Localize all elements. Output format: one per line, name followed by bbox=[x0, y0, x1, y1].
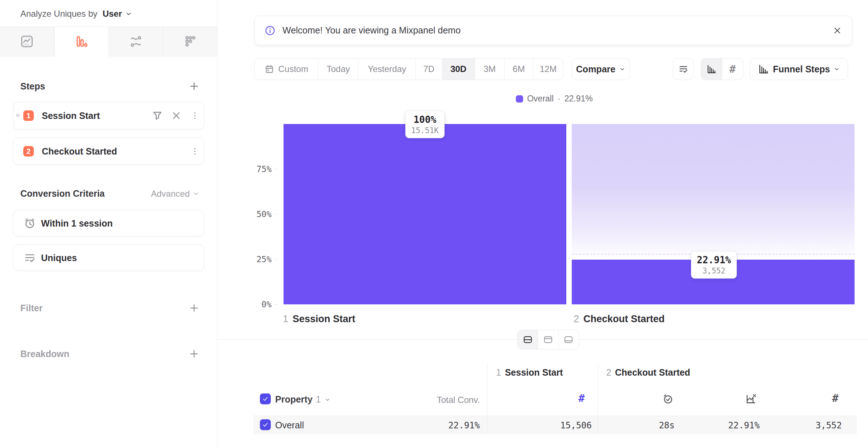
absolute-numbers-toggle[interactable]: # bbox=[722, 59, 743, 80]
drag-handle-icon[interactable] bbox=[14, 112, 22, 120]
legend-dot: · bbox=[558, 94, 560, 104]
insights-icon bbox=[20, 34, 34, 49]
tooltip-pct: 100% bbox=[411, 114, 439, 126]
tooltip-pct: 22.91% bbox=[697, 254, 731, 266]
calendar-icon bbox=[264, 64, 274, 74]
analyze-by-dropdown[interactable]: User bbox=[103, 9, 132, 19]
step-menu-icon[interactable] bbox=[190, 111, 200, 120]
layout-top-icon bbox=[543, 334, 554, 345]
split-view-toggle[interactable] bbox=[518, 330, 538, 349]
list-check-icon bbox=[678, 64, 689, 75]
legend-label: Overall bbox=[527, 94, 554, 104]
flows-icon bbox=[129, 34, 143, 49]
tab-retention[interactable] bbox=[163, 27, 217, 56]
breakdown-title: Breakdown bbox=[20, 349, 69, 359]
property-num: 1 bbox=[316, 394, 321, 405]
select-all-checkbox[interactable] bbox=[260, 393, 271, 404]
time-to-convert-icon[interactable] bbox=[662, 393, 674, 405]
tooltip-count: 3,552 bbox=[697, 266, 731, 276]
counting-method-card[interactable]: Uniques bbox=[13, 244, 204, 271]
advanced-dropdown[interactable]: Advanced bbox=[151, 189, 200, 199]
cell-step2-count: 3,552 bbox=[780, 420, 842, 431]
chart-only-toggle[interactable] bbox=[538, 330, 558, 349]
property-label: Property bbox=[275, 394, 313, 405]
panel-layout-toggle bbox=[517, 330, 579, 349]
group-label: Session Start bbox=[505, 367, 563, 377]
table-only-toggle[interactable] bbox=[559, 330, 579, 349]
step-menu-icon[interactable] bbox=[190, 147, 200, 156]
tab-flows[interactable] bbox=[109, 27, 163, 56]
analyze-by-row: Analyze Uniques by User bbox=[20, 7, 132, 20]
metrics-list-button[interactable] bbox=[673, 58, 694, 80]
analyze-by-value: User bbox=[103, 9, 122, 19]
compare-button[interactable]: Compare bbox=[572, 58, 630, 80]
chevron-down-icon bbox=[193, 190, 200, 197]
chevron-down-icon bbox=[619, 66, 626, 72]
count-metric-icon-selected[interactable]: # bbox=[578, 392, 584, 404]
date-option-today[interactable]: Today bbox=[318, 59, 359, 80]
cell-conv-rate: 22.91% bbox=[698, 420, 760, 431]
step-number-badge: 1 bbox=[23, 111, 34, 121]
conversion-window-card[interactable]: Within 1 session bbox=[13, 210, 204, 236]
remove-step-icon[interactable] bbox=[170, 110, 182, 121]
tab-insights[interactable] bbox=[0, 27, 54, 56]
cell-step1-count: 15,506 bbox=[530, 420, 592, 431]
x-label-session-start: 1Session Start bbox=[283, 313, 355, 325]
legend-swatch bbox=[516, 95, 523, 103]
compare-label: Compare bbox=[576, 64, 615, 75]
analyze-by-label: Analyze Uniques by bbox=[20, 9, 97, 19]
add-breakdown-button[interactable] bbox=[189, 348, 200, 359]
date-option-12m[interactable]: 12M bbox=[533, 59, 563, 80]
check-icon bbox=[261, 421, 269, 429]
conversion-window-label: Within 1 session bbox=[41, 218, 113, 228]
funnel-steps-dropdown[interactable]: Funnel Steps bbox=[750, 58, 848, 80]
date-option-yesterday[interactable]: Yesterday bbox=[358, 59, 416, 80]
step-name: Checkout Started bbox=[42, 146, 117, 156]
total-conv-column-header[interactable]: Total Conv. bbox=[418, 395, 480, 405]
date-option-label: 30D bbox=[450, 64, 466, 74]
tooltip-checkout-started: 22.91% 3,552 bbox=[691, 251, 737, 279]
step-label-text: Session Start bbox=[293, 313, 355, 324]
date-option-3m[interactable]: 3M bbox=[475, 59, 505, 80]
date-option-label: 7D bbox=[423, 64, 435, 74]
info-icon bbox=[264, 25, 276, 36]
breakdown-section: Breakdown bbox=[20, 348, 200, 359]
table-group-session-start: 1Session Start bbox=[496, 367, 563, 378]
filter-funnel-icon[interactable] bbox=[151, 109, 164, 122]
group-num: 2 bbox=[606, 367, 611, 377]
demo-banner: Welcome! You are viewing a Mixpanel demo bbox=[254, 16, 852, 45]
steps-title: Steps bbox=[20, 81, 45, 92]
conversion-rate-icon[interactable] bbox=[745, 393, 757, 405]
funnels-icon bbox=[74, 34, 89, 49]
add-step-button[interactable] bbox=[189, 81, 200, 92]
funnel-bar-session-start[interactable] bbox=[284, 124, 566, 304]
step-card-1[interactable]: 1 Session Start bbox=[13, 102, 204, 129]
date-option-6m[interactable]: 6M bbox=[505, 59, 533, 80]
step-number-badge: 2 bbox=[23, 146, 34, 156]
date-option-7d[interactable]: 7D bbox=[416, 59, 442, 80]
layout-split-icon bbox=[522, 334, 533, 345]
property-column-header[interactable]: Property 1 bbox=[275, 394, 331, 405]
date-option-30d-selected[interactable]: 30D bbox=[442, 59, 475, 80]
step-card-2[interactable]: 2 Checkout Started bbox=[13, 137, 204, 165]
date-option-label: Custom bbox=[278, 64, 308, 74]
row-checkbox-overall[interactable] bbox=[260, 419, 271, 430]
tab-funnels[interactable] bbox=[54, 27, 109, 56]
conversion-criteria-header: Conversion Criteria Advanced bbox=[20, 188, 200, 199]
table-group-checkout-started: 2Checkout Started bbox=[606, 367, 690, 378]
percent-bars-toggle[interactable] bbox=[701, 59, 722, 80]
banner-close-icon[interactable] bbox=[832, 25, 842, 35]
step-label-num: 1 bbox=[283, 313, 288, 324]
date-option-custom[interactable]: Custom bbox=[255, 59, 318, 80]
banner-text: Welcome! You are viewing a Mixpanel demo bbox=[282, 25, 461, 36]
alarm-clock-icon bbox=[23, 217, 36, 230]
check-icon bbox=[261, 395, 269, 403]
report-main: Welcome! You are viewing a Mixpanel demo… bbox=[217, 0, 868, 448]
date-option-label: 12M bbox=[540, 64, 557, 74]
legend-overall[interactable]: Overall · 22.91% bbox=[516, 94, 593, 104]
count-metric-icon[interactable]: # bbox=[832, 392, 838, 404]
conversion-criteria-title: Conversion Criteria bbox=[20, 188, 105, 199]
funnel-steps-label: Funnel Steps bbox=[773, 64, 830, 75]
add-filter-button[interactable] bbox=[189, 303, 200, 313]
step-label-text: Checkout Started bbox=[583, 313, 665, 324]
